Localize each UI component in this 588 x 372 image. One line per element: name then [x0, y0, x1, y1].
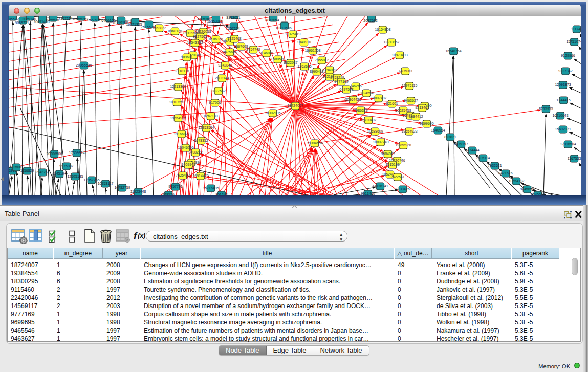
svg-text:948576: 948576 — [162, 193, 174, 195]
svg-text:111746: 111746 — [571, 27, 581, 31]
svg-text:12353594: 12353594 — [198, 126, 214, 129]
svg-text:9242848: 9242848 — [218, 63, 232, 67]
svg-text:19654925: 19654925 — [170, 116, 186, 120]
svg-text:1167533: 1167533 — [568, 157, 581, 160]
svg-text:1640954: 1640954 — [431, 128, 445, 132]
svg-text:20364436: 20364436 — [345, 98, 361, 101]
svg-text:11325419: 11325419 — [285, 32, 301, 36]
svg-text:7663822: 7663822 — [152, 26, 166, 30]
svg-text:8471676: 8471676 — [498, 171, 512, 175]
svg-text:9827505: 9827505 — [193, 35, 207, 38]
svg-text:10655267: 10655267 — [72, 17, 88, 21]
svg-text:1684412: 1684412 — [409, 115, 423, 118]
svg-text:9227342: 9227342 — [558, 69, 572, 73]
svg-text:19384554: 19384554 — [307, 141, 322, 145]
svg-text:9975887: 9975887 — [59, 164, 73, 168]
svg-text:893821: 893821 — [444, 135, 456, 139]
svg-text:1156829: 1156829 — [20, 169, 34, 172]
svg-text:2803144: 2803144 — [215, 76, 229, 80]
svg-text:9675685: 9675685 — [223, 50, 236, 54]
svg-text:20055546: 20055546 — [76, 63, 92, 67]
svg-text:10807487: 10807487 — [371, 96, 386, 100]
svg-text:9463627: 9463627 — [404, 99, 418, 102]
svg-text:20206506: 20206506 — [46, 152, 62, 156]
svg-text:9498222: 9498222 — [188, 150, 202, 154]
svg-text:8215955: 8215955 — [539, 107, 553, 111]
svg-text:16154808: 16154808 — [375, 28, 390, 31]
svg-text:19654923: 19654923 — [401, 129, 417, 133]
svg-text:18302095: 18302095 — [265, 111, 280, 115]
svg-text:16543382: 16543382 — [187, 41, 203, 45]
svg-text:15692971: 15692971 — [555, 127, 571, 131]
svg-text:7357214: 7357214 — [58, 17, 72, 20]
svg-text:19166827: 19166827 — [173, 132, 189, 136]
svg-text:7986372: 7986372 — [354, 108, 367, 112]
svg-text:10973493: 10973493 — [391, 53, 407, 57]
svg-text:8822037: 8822037 — [284, 61, 297, 64]
svg-text:15751074: 15751074 — [566, 40, 581, 43]
svg-text:621601: 621601 — [386, 102, 398, 105]
svg-text:8990448: 8990448 — [310, 70, 323, 73]
svg-text:12093873: 12093873 — [555, 83, 571, 86]
svg-text:12505135: 12505135 — [67, 174, 83, 178]
svg-text:16548764: 16548764 — [445, 49, 461, 53]
svg-text:3824554: 3824554 — [359, 91, 373, 95]
svg-text:9857791: 9857791 — [168, 185, 182, 188]
svg-text:8960126: 8960126 — [168, 29, 182, 33]
svg-text:f: f — [134, 230, 138, 241]
svg-text:17359924: 17359924 — [69, 151, 84, 155]
svg-text:18226058: 18226058 — [195, 30, 211, 33]
svg-text:6794028: 6794028 — [322, 68, 336, 72]
svg-text:1409948: 1409948 — [181, 163, 195, 166]
svg-text:9474444: 9474444 — [465, 148, 479, 152]
svg-text:1905572: 1905572 — [9, 17, 19, 21]
svg-text:12975115: 12975115 — [402, 84, 418, 87]
svg-text:8827552: 8827552 — [211, 89, 225, 93]
svg-text:1835061: 1835061 — [9, 165, 23, 169]
svg-text:7625402: 7625402 — [176, 173, 189, 177]
svg-text:1145194: 1145194 — [53, 172, 67, 176]
svg-text:18807249: 18807249 — [373, 140, 388, 144]
svg-text:7955812: 7955812 — [315, 58, 329, 62]
svg-text:15720407: 15720407 — [360, 118, 376, 122]
svg-text:2087682: 2087682 — [363, 19, 377, 23]
svg-text:9513460: 9513460 — [361, 192, 375, 195]
svg-text:15716485: 15716485 — [203, 186, 219, 190]
svg-text:9055721: 9055721 — [15, 21, 29, 25]
svg-text:9084067: 9084067 — [381, 152, 395, 156]
svg-text:19218506: 19218506 — [275, 26, 291, 30]
svg-text:951243: 951243 — [215, 193, 227, 195]
svg-text:10046756: 10046756 — [178, 146, 193, 149]
svg-text:989601: 989601 — [181, 55, 192, 59]
svg-text:10654112: 10654112 — [509, 179, 525, 183]
svg-text:10688609: 10688609 — [367, 129, 383, 133]
svg-text:17016504: 17016504 — [560, 142, 576, 146]
svg-text:6479197: 6479197 — [454, 142, 468, 146]
svg-text:16671355: 16671355 — [126, 23, 142, 26]
svg-text:9899695: 9899695 — [420, 122, 433, 125]
svg-text:18724007: 18724007 — [287, 104, 303, 107]
svg-text:8678352: 8678352 — [194, 139, 208, 142]
svg-text:8267130: 8267130 — [204, 114, 217, 118]
svg-text:12213369: 12213369 — [170, 85, 186, 89]
svg-text:1244415: 1244415 — [556, 98, 570, 102]
svg-text:(x): (x) — [138, 232, 145, 239]
svg-text:17957255: 17957255 — [83, 178, 99, 182]
svg-text:917006: 917006 — [209, 101, 221, 104]
svg-text:2935114: 2935114 — [476, 156, 490, 160]
svg-text:10107553: 10107553 — [169, 100, 185, 104]
svg-text:1362615: 1362615 — [297, 64, 311, 68]
svg-text:9245653: 9245653 — [531, 193, 545, 195]
svg-text:16210643: 16210643 — [552, 114, 568, 117]
svg-text:14136141: 14136141 — [372, 184, 388, 188]
svg-text:8813051: 8813051 — [226, 16, 240, 19]
svg-text:2718176: 2718176 — [175, 69, 189, 73]
svg-text:9777169: 9777169 — [334, 80, 348, 83]
svg-text:7485063: 7485063 — [398, 69, 412, 73]
svg-text:16914479: 16914479 — [192, 174, 208, 178]
svg-text:1825468: 1825468 — [227, 37, 241, 40]
svg-text:19756928: 19756928 — [395, 143, 411, 147]
svg-text:1733426: 1733426 — [396, 187, 409, 191]
svg-text:8813054: 8813054 — [265, 18, 279, 22]
svg-text:1527602: 1527602 — [86, 18, 100, 22]
